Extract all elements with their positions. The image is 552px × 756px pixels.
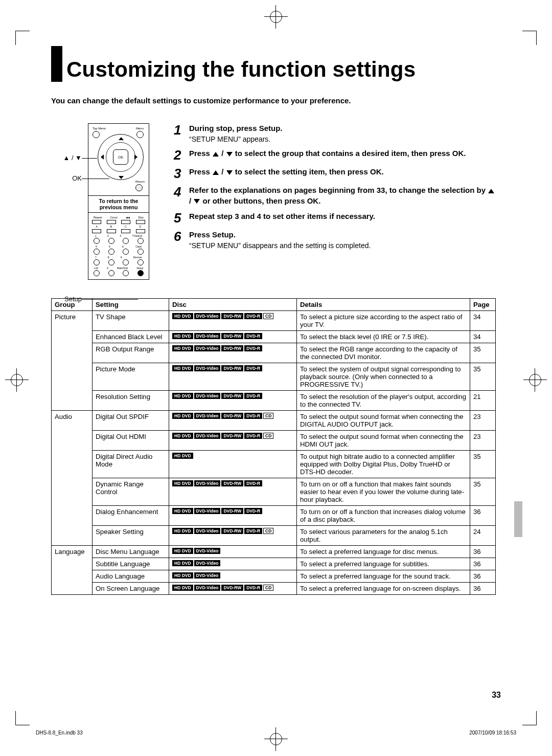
disc-badge-dvdr: DVD-R [244, 393, 262, 399]
table-row: Resolution SettingHD DVDDVD-VideoDVD-RWD… [52, 391, 496, 411]
page-cell: 35 [470, 478, 496, 506]
top-menu-button [93, 131, 100, 138]
disc-cell: HD DVDDVD-VideoDVD-RWDVD-RCD [169, 583, 297, 595]
setting-cell: Digital Out SPDIF [93, 411, 169, 431]
disc-badge-dvdr: DVD-R [244, 413, 262, 419]
disc-badge-hddvd: HD DVD [172, 345, 193, 351]
details-cell: To select the RGB range according to the… [297, 343, 470, 363]
disc-badge-hddvd: HD DVD [172, 365, 193, 371]
callout-ok: OK [51, 174, 82, 182]
table-row: Enhanced Black LevelHD DVDDVD-VideoDVD-R… [52, 331, 496, 343]
disc-badge-dvdr: DVD-R [244, 585, 262, 591]
setting-cell: TV Shape [93, 311, 169, 331]
table-row: On Screen LanguageHD DVDDVD-VideoDVD-RWD… [52, 583, 496, 595]
down-triangle-icon [194, 199, 200, 204]
table-row: Speaker SettingHD DVDDVD-VideoDVD-RWDVD-… [52, 526, 496, 546]
label-return: Return [135, 180, 145, 183]
disc-badge-cd: CD [263, 433, 273, 439]
disc-badge-hddvd: HD DVD [172, 413, 193, 419]
page-cell: 24 [470, 526, 496, 546]
group-cell: Language [52, 546, 93, 595]
disc-cell: HD DVDDVD-Video [169, 546, 297, 558]
crop-mark [15, 31, 30, 45]
footer-file: DHS-8.8_En.indb 33 [36, 730, 83, 736]
table-row: PictureTV ShapeHD DVDDVD-VideoDVD-RWDVD-… [52, 311, 496, 331]
details-cell: To select the system of output signal co… [297, 363, 470, 391]
setting-cell: Speaker Setting [93, 526, 169, 546]
step-number: 6 [174, 230, 189, 250]
up-triangle-icon [213, 170, 219, 175]
disc-badge-hddvd: HD DVD [172, 313, 193, 319]
disc-cell: HD DVDDVD-VideoDVD-RWDVD-RCD [169, 526, 297, 546]
disc-cell: HD DVDDVD-VideoDVD-RWDVD-R [169, 331, 297, 343]
disc-badge-hddvd: HD DVD [172, 433, 193, 439]
disc-badge-cd: CD [263, 585, 273, 591]
setting-cell: Picture Mode [93, 363, 169, 391]
step-title: Press Setup. [189, 230, 496, 240]
disc-badge-dvdrw: DVD-RW [221, 313, 243, 319]
disc-badge-dvdvideo: DVD-Video [194, 413, 221, 419]
disc-badge-dvdvideo: DVD-Video [194, 393, 221, 399]
details-cell: To select a preferred language for on-sc… [297, 583, 470, 595]
details-cell: To select the output sound format when c… [297, 411, 470, 431]
disc-badge-dvdvideo: DVD-Video [194, 345, 221, 351]
table-row: Dialog EnhancementHD DVDDVD-VideoDVD-RWD… [52, 506, 496, 526]
disc-badge-dvdvideo: DVD-Video [194, 433, 221, 439]
setting-cell: Resolution Setting [93, 391, 169, 411]
disc-badge-dvdr: DVD-R [244, 528, 262, 534]
page-number: 33 [492, 691, 501, 700]
up-triangle-icon [213, 152, 219, 157]
disc-cell: HD DVDDVD-VideoDVD-RWDVD-RCD [169, 311, 297, 331]
table-row: Audio LanguageHD DVDDVD-VideoTo select a… [52, 570, 496, 583]
return-button [135, 184, 143, 191]
disc-badge-hddvd: HD DVD [172, 453, 193, 459]
page-cell: 36 [470, 546, 496, 558]
disc-badge-hddvd: HD DVD [172, 508, 193, 514]
registration-mark [523, 368, 547, 392]
callout-setup: Setup [51, 295, 82, 303]
disc-cell: HD DVDDVD-VideoDVD-RWDVD-RCD [169, 431, 297, 451]
page-cell: 34 [470, 331, 496, 343]
disc-badge-dvdvideo: DVD-Video [194, 585, 221, 591]
disc-cell: HD DVDDVD-Video [169, 558, 297, 570]
disc-cell: HD DVDDVD-VideoDVD-RWDVD-R [169, 363, 297, 391]
disc-badge-hddvd: HD DVD [172, 528, 193, 534]
step-number: 4 [174, 185, 189, 206]
label-menu: Menu [136, 127, 144, 130]
disc-badge-hddvd: HD DVD [172, 548, 193, 554]
registration-mark [264, 5, 288, 29]
disc-cell: HD DVDDVD-VideoDVD-RWDVD-R [169, 391, 297, 411]
callout-arrows: ▲ / ▼ [51, 154, 82, 162]
details-cell: To select the resolution of the player's… [297, 391, 470, 411]
page-cell: 23 [470, 431, 496, 451]
disc-badge-dvdrw: DVD-RW [221, 413, 243, 419]
disc-badge-dvdr: DVD-R [244, 480, 262, 486]
up-arrow-icon [119, 137, 124, 140]
details-cell: To turn on or off a function that makes … [297, 478, 470, 506]
down-triangle-icon [226, 170, 233, 175]
details-cell: To select a preferred language for disc … [297, 546, 470, 558]
group-cell: Audio [52, 411, 93, 546]
th-setting: Setting [93, 299, 169, 311]
disc-badge-dvdrw: DVD-RW [221, 528, 243, 534]
page-title: Customizing the function settings [66, 57, 416, 82]
intro-text: You can change the default settings to c… [51, 96, 496, 105]
table-row: Picture ModeHD DVDDVD-VideoDVD-RWDVD-RTo… [52, 363, 496, 391]
page-cell: 36 [470, 558, 496, 570]
disc-cell: HD DVDDVD-VideoDVD-RWDVD-R [169, 478, 297, 506]
setting-cell: Enhanced Black Level [93, 331, 169, 343]
details-cell: To select a picture size according to th… [297, 311, 470, 331]
disc-badge-hddvd: HD DVD [172, 480, 193, 486]
disc-badge-dvdrw: DVD-RW [221, 345, 243, 351]
down-triangle-icon [226, 152, 233, 157]
crop-mark [15, 711, 30, 725]
details-cell: To select a preferred language for the s… [297, 570, 470, 583]
disc-badge-cd: CD [263, 313, 273, 319]
disc-badge-dvdrw: DVD-RW [221, 480, 243, 486]
details-cell: To select a preferred language for subti… [297, 558, 470, 570]
return-caption: To return to the previous menu [88, 195, 149, 213]
details-cell: To output high bitrate audio to a connec… [297, 451, 470, 478]
steps-list: 1During stop, press Setup.“SETUP MENU” a… [174, 123, 496, 280]
registration-mark [5, 368, 29, 392]
ok-button: OK [113, 149, 128, 165]
